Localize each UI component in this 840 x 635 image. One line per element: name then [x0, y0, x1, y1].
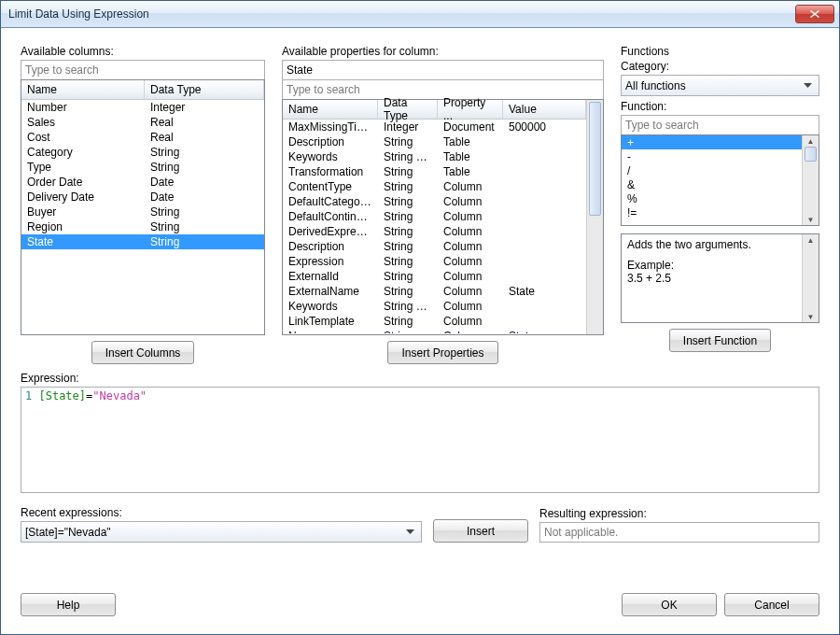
- chevron-down-icon: [800, 78, 815, 93]
- table-row[interactable]: Order DateDate: [21, 175, 264, 190]
- properties-body[interactable]: MaxMissingTime...IntegerDocument500000De…: [283, 120, 586, 333]
- cell-name: LinkTemplate: [283, 315, 378, 328]
- table-row[interactable]: DefaultCategoric...StringColumn: [283, 194, 586, 209]
- table-row[interactable]: NumberInteger: [21, 100, 264, 115]
- properties-header[interactable]: Name Data Type Property ... Value: [283, 100, 586, 120]
- cell-datatype: String: [378, 180, 438, 193]
- prop-header-value[interactable]: Value: [503, 100, 586, 119]
- cell-property: Column: [438, 300, 503, 313]
- cell-datatype: Date: [145, 176, 264, 189]
- available-columns-search[interactable]: [21, 60, 265, 80]
- cell-value: State: [503, 285, 586, 298]
- table-row[interactable]: MaxMissingTime...IntegerDocument500000: [283, 120, 586, 134]
- function-item[interactable]: +: [622, 135, 802, 149]
- cell-name: DerivedExpression: [283, 225, 378, 238]
- ok-button[interactable]: OK: [622, 593, 717, 616]
- recent-expression-value: [State]="Nevada": [25, 526, 111, 539]
- table-row[interactable]: NameStringColumnState: [283, 329, 586, 333]
- cell-property: Table: [438, 135, 503, 148]
- table-row[interactable]: StateString: [21, 234, 264, 249]
- scroll-down-icon[interactable]: ▼: [803, 214, 819, 225]
- cell-datatype: Real: [145, 116, 264, 129]
- expression-editor[interactable]: 1 [State]="Nevada": [21, 387, 819, 493]
- cell-datatype: String: [145, 146, 264, 159]
- close-button[interactable]: [795, 5, 834, 23]
- table-row[interactable]: CostReal: [21, 130, 264, 145]
- available-columns-body[interactable]: NumberIntegerSalesRealCostRealCategorySt…: [21, 100, 264, 249]
- function-example-label: Example:: [627, 259, 813, 272]
- function-item[interactable]: %: [622, 191, 802, 205]
- cell-property: Column: [438, 330, 503, 333]
- cancel-button[interactable]: Cancel: [724, 593, 819, 616]
- function-item[interactable]: /: [622, 163, 802, 177]
- function-item[interactable]: !=: [622, 205, 802, 219]
- table-row[interactable]: SalesReal: [21, 115, 264, 130]
- cell-property: Table: [438, 165, 503, 178]
- recent-expressions-select[interactable]: [State]="Nevada": [21, 521, 422, 543]
- table-row[interactable]: LinkTemplateStringColumn: [283, 314, 586, 329]
- function-item[interactable]: -: [622, 149, 802, 163]
- cell-value: State: [503, 330, 586, 333]
- prop-header-name[interactable]: Name: [283, 100, 378, 119]
- table-row[interactable]: Delivery DateDate: [21, 190, 264, 205]
- table-row[interactable]: RegionString: [21, 219, 264, 234]
- prop-header-datatype[interactable]: Data Type: [378, 100, 438, 119]
- available-columns-grid[interactable]: Name Data Type NumberIntegerSalesRealCos…: [21, 79, 265, 335]
- prop-header-property[interactable]: Property ...: [438, 100, 503, 119]
- expr-column-token: [State]: [38, 389, 86, 402]
- function-list[interactable]: +-/&%!= ▲ ▼: [621, 134, 819, 226]
- function-search[interactable]: [621, 115, 819, 135]
- available-columns-header[interactable]: Name Data Type: [21, 80, 264, 100]
- help-button[interactable]: Help: [21, 593, 116, 616]
- insert-function-button[interactable]: Insert Function: [669, 329, 771, 352]
- scrollbar-thumb[interactable]: [589, 102, 601, 216]
- description-scrollbar[interactable]: ▲ ▼: [802, 234, 819, 322]
- function-scrollbar[interactable]: ▲ ▼: [802, 135, 819, 225]
- scroll-up-icon[interactable]: ▲: [803, 234, 819, 246]
- titlebar[interactable]: Limit Data Using Expression: [1, 1, 839, 28]
- category-select[interactable]: All functions: [621, 75, 819, 96]
- selected-column-name: State: [282, 60, 604, 80]
- table-row[interactable]: DescriptionStringTable: [283, 134, 586, 149]
- table-row[interactable]: KeywordsString ListTable: [283, 149, 586, 164]
- insert-recent-button[interactable]: Insert: [433, 519, 528, 543]
- cell-property: Column: [438, 225, 503, 238]
- table-row[interactable]: CategoryString: [21, 145, 264, 160]
- cell-property: Column: [438, 180, 503, 193]
- cell-property: Table: [438, 150, 503, 163]
- cell-name: Keywords: [283, 150, 378, 163]
- table-row[interactable]: TransformationStringTable: [283, 164, 586, 179]
- properties-scrollbar[interactable]: [586, 100, 603, 334]
- table-row[interactable]: ExpressionStringColumn: [283, 254, 586, 269]
- scroll-up-icon[interactable]: ▲: [803, 135, 819, 147]
- scrollbar-thumb[interactable]: [805, 147, 817, 162]
- insert-columns-button[interactable]: Insert Columns: [91, 341, 195, 364]
- col-header-datatype[interactable]: Data Type: [145, 80, 264, 99]
- available-properties-panel: Available properties for column: State N…: [282, 45, 604, 364]
- available-columns-panel: Available columns: Name Data Type Number…: [21, 45, 265, 364]
- function-item[interactable]: &: [622, 177, 802, 191]
- dialog-window: Limit Data Using Expression Available co…: [0, 0, 840, 635]
- table-row[interactable]: TypeString: [21, 160, 264, 175]
- cell-datatype: Integer: [378, 120, 438, 134]
- table-row[interactable]: DefaultContinuou...StringColumn: [283, 209, 586, 224]
- cell-datatype: String: [378, 225, 438, 238]
- cell-datatype: String: [378, 315, 438, 328]
- table-row[interactable]: ExternalNameStringColumnState: [283, 284, 586, 299]
- table-row[interactable]: ExternalIdStringColumn: [283, 269, 586, 284]
- col-header-name[interactable]: Name: [21, 80, 145, 99]
- table-row[interactable]: ContentTypeStringColumn: [283, 179, 586, 194]
- function-label: Function:: [621, 100, 819, 113]
- table-row[interactable]: BuyerString: [21, 205, 264, 219]
- insert-properties-button[interactable]: Insert Properties: [387, 341, 497, 364]
- cell-name: ContentType: [283, 180, 378, 193]
- close-icon: [810, 10, 819, 18]
- cell-name: Buyer: [21, 205, 145, 219]
- cell-name: DefaultContinuou...: [283, 210, 378, 223]
- table-row[interactable]: DescriptionStringColumn: [283, 239, 586, 254]
- cell-property: Column: [438, 315, 503, 328]
- properties-grid[interactable]: Name Data Type Property ... Value MaxMis…: [282, 99, 604, 335]
- table-row[interactable]: KeywordsString ListColumn: [283, 299, 586, 314]
- scroll-down-icon[interactable]: ▼: [803, 311, 819, 322]
- table-row[interactable]: DerivedExpressionStringColumn: [283, 224, 586, 239]
